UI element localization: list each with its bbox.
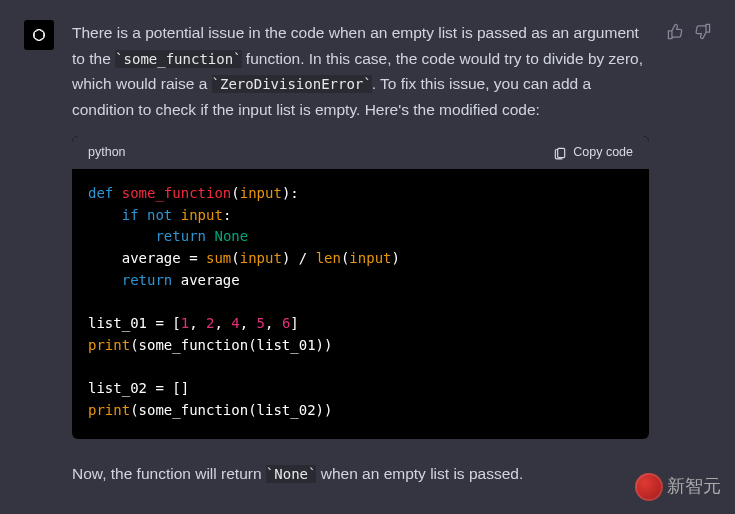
thumbs-down-button[interactable] xyxy=(694,22,711,491)
code-content[interactable]: def some_function(input): if not input: … xyxy=(72,169,649,440)
code-block: python Copy code def some_function(input… xyxy=(72,136,649,439)
copy-code-button[interactable]: Copy code xyxy=(553,142,633,163)
watermark-icon xyxy=(635,473,663,501)
text: when an empty list is passed. xyxy=(316,465,523,482)
inline-code: `None` xyxy=(266,465,317,483)
thumbs-up-icon xyxy=(667,23,684,40)
inline-code: `some_function` xyxy=(115,50,241,68)
watermark: 新智元 xyxy=(635,472,721,502)
code-language-label: python xyxy=(88,142,126,163)
thumbs-up-button[interactable] xyxy=(667,22,684,491)
intro-paragraph: There is a potential issue in the code w… xyxy=(72,20,649,122)
svg-rect-1 xyxy=(558,148,565,157)
copy-code-label: Copy code xyxy=(573,142,633,163)
openai-logo-icon xyxy=(29,25,49,45)
feedback-controls xyxy=(667,22,711,491)
thumbs-down-icon xyxy=(694,23,711,40)
code-header: python Copy code xyxy=(72,136,649,169)
outro-paragraph: Now, the function will return `None` whe… xyxy=(72,461,649,487)
message-content: There is a potential issue in the code w… xyxy=(72,20,649,491)
clipboard-icon xyxy=(553,146,567,160)
text: Now, the function will return xyxy=(72,465,266,482)
svg-point-0 xyxy=(34,30,45,41)
inline-code: `ZeroDivisionError` xyxy=(212,75,372,93)
assistant-avatar xyxy=(24,20,54,50)
watermark-text: 新智元 xyxy=(667,472,721,502)
